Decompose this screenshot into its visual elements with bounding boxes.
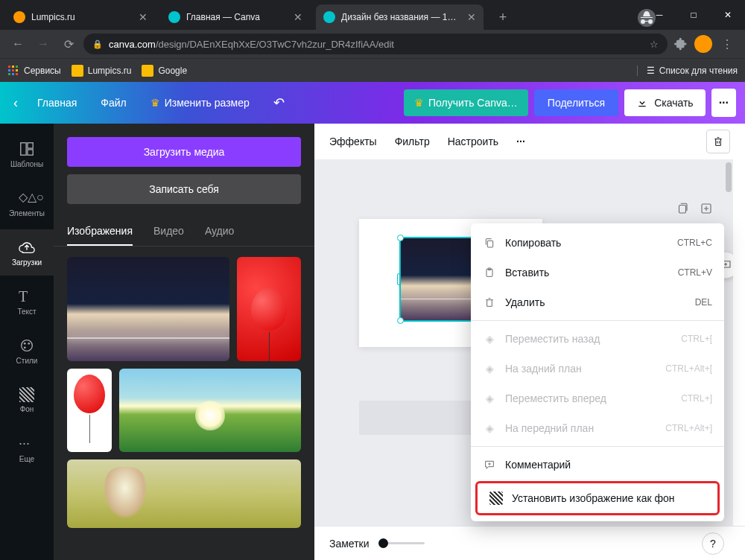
nav-styles[interactable]: Стили xyxy=(0,328,54,374)
tab-title: Дизайн без названия — 1280 xyxy=(341,12,461,22)
ctx-send-backward: ◈ Переместить назад CTRL+[ xyxy=(471,324,724,354)
bookmark-apps[interactable]: Сервисы xyxy=(7,65,61,77)
adjust-button[interactable]: Настроить xyxy=(448,136,498,147)
uploads-icon xyxy=(19,239,35,255)
window-close[interactable]: ✕ xyxy=(711,0,745,30)
filter-button[interactable]: Фильтр xyxy=(395,136,430,147)
folder-icon xyxy=(142,65,153,77)
ctx-label: На задний план xyxy=(505,363,582,375)
ctx-shortcut: CTRL+Alt+] xyxy=(665,423,712,433)
nav-more[interactable]: ··· Еще xyxy=(0,426,54,472)
upload-thumbnail[interactable] xyxy=(119,369,301,452)
nav-uploads[interactable]: Загрузки xyxy=(0,229,54,276)
bookmark-star-icon[interactable]: ☆ xyxy=(650,39,659,50)
resize-handle[interactable] xyxy=(397,235,404,241)
ctx-copy[interactable]: Копировать CTRL+C xyxy=(471,228,724,258)
bookmark-item[interactable]: Google xyxy=(142,65,187,77)
file-menu[interactable]: Файл xyxy=(92,91,135,115)
browser-menu-button[interactable]: ⋮ xyxy=(717,34,738,54)
window-minimize[interactable]: ─ xyxy=(642,0,676,30)
upload-thumbnail[interactable] xyxy=(67,459,301,528)
upload-thumbnail[interactable] xyxy=(67,369,112,452)
upload-thumbnail[interactable] xyxy=(237,257,301,361)
tab-images[interactable]: Изображения xyxy=(67,217,133,246)
folder-icon xyxy=(72,65,83,77)
nav-text[interactable]: T Текст xyxy=(0,279,54,325)
ctx-separator xyxy=(471,446,724,447)
browser-toolbar: ← → ⟳ 🔒 canva.com/design/DAEnXEqhXxE/O3T… xyxy=(0,30,745,58)
tab-video[interactable]: Видео xyxy=(153,217,184,246)
resize-handle[interactable] xyxy=(397,317,404,324)
help-button[interactable]: ? xyxy=(702,532,724,555)
home-button[interactable]: Главная xyxy=(28,91,86,115)
background-icon xyxy=(489,491,503,505)
bookmark-item[interactable]: Lumpics.ru xyxy=(72,65,132,77)
resize-handle[interactable] xyxy=(397,273,400,285)
styles-icon xyxy=(19,337,35,354)
browser-tab[interactable]: Главная — Canva ✕ xyxy=(161,4,310,30)
svg-point-13 xyxy=(24,342,26,344)
upload-thumbnail[interactable] xyxy=(67,257,229,361)
url-path: /design/DAEnXEqhXxE/O3TwC7vh2zur_DR4zIfi… xyxy=(156,39,394,50)
crown-icon: ♛ xyxy=(414,97,424,109)
nav-templates[interactable]: Шаблоны xyxy=(0,131,54,177)
ctx-label: Комментарий xyxy=(505,459,571,471)
nav-back-button[interactable]: ← xyxy=(7,34,28,54)
tab-title: Главная — Canva xyxy=(186,12,288,22)
ctx-paste[interactable]: Вставить CTRL+V xyxy=(471,258,724,287)
zoom-slider[interactable] xyxy=(380,542,425,544)
ctx-label: Удалить xyxy=(505,296,545,308)
reading-list-button[interactable]: ☰ Список для чтения xyxy=(637,66,738,76)
browser-tab[interactable]: Lumpics.ru ✕ xyxy=(6,4,155,30)
share-button[interactable]: Поделиться xyxy=(534,89,618,116)
ctx-set-as-background[interactable]: Установить изображение как фон xyxy=(475,481,720,515)
svg-rect-0 xyxy=(8,66,10,68)
copy-icon xyxy=(483,237,496,249)
tab-close-icon[interactable]: ✕ xyxy=(467,11,476,23)
profile-avatar[interactable] xyxy=(694,35,712,53)
window-maximize[interactable]: □ xyxy=(676,0,711,30)
duplicate-page-icon[interactable] xyxy=(673,200,691,217)
delete-button[interactable] xyxy=(706,130,730,153)
ctx-comment[interactable]: Комментарий xyxy=(471,450,724,480)
tab-close-icon[interactable]: ✕ xyxy=(139,11,148,23)
effects-button[interactable]: Эффекты xyxy=(329,136,377,147)
trash-icon xyxy=(483,296,496,308)
undo-button[interactable]: ↶ xyxy=(264,89,294,117)
nav-background[interactable]: Фон xyxy=(0,377,54,423)
ctx-delete[interactable]: Удалить DEL xyxy=(471,287,724,317)
favicon-icon xyxy=(323,11,335,23)
layer-forward-icon: ◈ xyxy=(483,392,496,404)
url-field[interactable]: 🔒 canva.com/design/DAEnXEqhXxE/O3TwC7vh2… xyxy=(83,34,668,54)
side-nav: Шаблоны ◇△○ Элементы Загрузки T Текст Ст… xyxy=(0,124,54,560)
browser-tab-active[interactable]: Дизайн без названия — 1280 ✕ xyxy=(316,4,484,30)
notes-button[interactable]: Заметки xyxy=(329,538,370,550)
nav-elements[interactable]: ◇△○ Элементы xyxy=(0,180,54,226)
back-button[interactable]: ‹ xyxy=(9,89,22,117)
background-icon xyxy=(19,387,34,402)
more-icon: ··· xyxy=(19,436,35,452)
more-button[interactable]: ··· xyxy=(711,89,736,117)
upload-media-button[interactable]: Загрузить медиа xyxy=(67,137,301,167)
tab-close-icon[interactable]: ✕ xyxy=(294,11,302,23)
toolbar-more-button[interactable]: ··· xyxy=(516,136,525,147)
download-icon xyxy=(636,97,648,109)
new-tab-button[interactable]: + xyxy=(492,7,513,28)
get-pro-button[interactable]: ♛Получить Canva… xyxy=(404,89,528,116)
extensions-icon[interactable] xyxy=(672,35,690,53)
nav-reload-button[interactable]: ⟳ xyxy=(58,34,79,54)
paste-icon xyxy=(483,267,496,279)
svg-rect-18 xyxy=(487,241,492,247)
ctx-label: На передний план xyxy=(505,422,594,434)
download-button[interactable]: Скачать xyxy=(624,89,706,116)
record-yourself-button[interactable]: Записать себя xyxy=(67,174,301,204)
nav-forward-button[interactable]: → xyxy=(33,34,54,54)
context-menu: Копировать CTRL+C Вставить CTRL+V Удалит… xyxy=(471,223,724,521)
resize-button[interactable]: ♛Изменить размер xyxy=(142,91,259,115)
tab-audio[interactable]: Аудио xyxy=(205,217,235,246)
trash-icon xyxy=(712,136,724,147)
crown-icon: ♛ xyxy=(150,97,160,109)
lock-icon: 🔒 xyxy=(92,39,103,49)
add-page-icon[interactable] xyxy=(697,200,715,217)
ctx-shortcut: CTRL+Alt+[ xyxy=(665,363,712,374)
